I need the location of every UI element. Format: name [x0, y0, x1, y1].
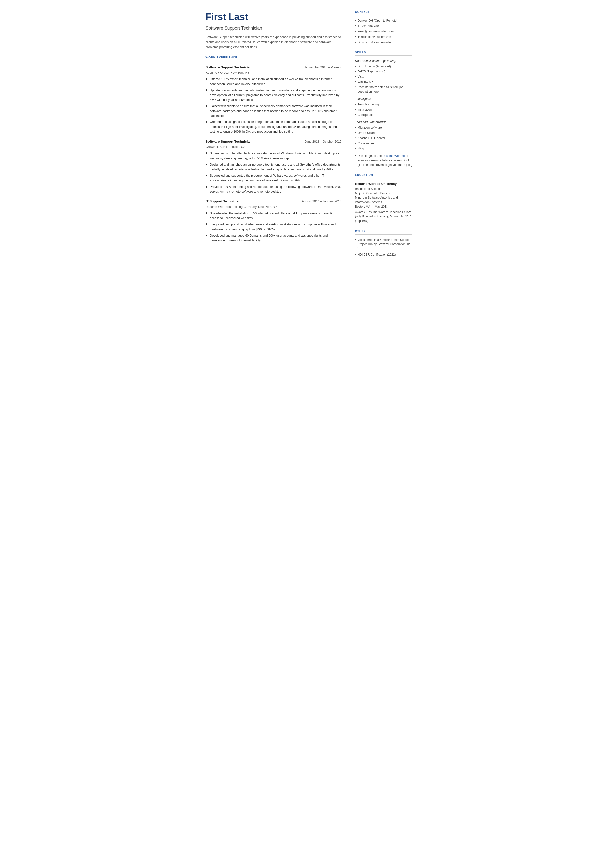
list-item: Cisco webex — [355, 141, 412, 146]
skills-category-2: Techniques: Troubleshooting Installation… — [355, 97, 412, 117]
education-section: EDUCATION Resume Worded University Bache… — [355, 173, 412, 223]
list-item: Vista — [355, 75, 412, 79]
list-item: Spearheaded the installation of 50 inter… — [206, 211, 341, 221]
edu-major: Major in Computer Science — [355, 191, 412, 196]
job-title-3: IT Support Technician — [206, 199, 240, 204]
job-company-1: Resume Worded, New York, NY — [206, 70, 341, 75]
bullet-icon — [206, 212, 208, 214]
list-item: Window XP — [355, 80, 412, 84]
bullet-icon — [206, 163, 208, 165]
skills-cat-label-2: Techniques: — [355, 97, 412, 101]
job-block-2: Software Support Technician June 2013 – … — [206, 139, 341, 194]
skills-category-1: Data Visualization/Engineering: Linux Ub… — [355, 59, 412, 94]
right-column: CONTACT Denver, OH (Open to Remote) +1-2… — [349, 0, 419, 314]
list-item: Developed and managed 60 Domains and 500… — [206, 233, 341, 243]
list-item: Updated documents and records, instructi… — [206, 88, 341, 102]
contact-list: Denver, OH (Open to Remote) +1-234-456-7… — [355, 18, 412, 45]
skills-cat-label-1: Data Visualization/Engineering: — [355, 59, 412, 63]
list-item: Oracle Solaris — [355, 130, 412, 135]
bullet-icon — [206, 152, 208, 154]
list-item: Supervised and handled technical assista… — [206, 151, 341, 161]
bullet-icon — [206, 234, 208, 236]
list-item: Designed and launched an online query to… — [206, 162, 341, 172]
list-item: Apache HTTP server — [355, 136, 412, 140]
skills-list-2: Troubleshooting Installation Configurati… — [355, 102, 412, 117]
education-header: EDUCATION — [355, 173, 412, 179]
left-column: First Last Software Support Technician S… — [196, 0, 349, 314]
job-title-1: Software Support Technician — [206, 65, 252, 70]
job-bullets-2: Supervised and handled technical assista… — [206, 151, 341, 194]
edu-awards: Awards: Resume Worded Teaching Fellow (o… — [355, 210, 412, 223]
job-bullets-3: Spearheaded the installation of 50 inter… — [206, 211, 341, 243]
bullet-icon — [206, 89, 208, 91]
list-item: Troubleshooting — [355, 102, 412, 107]
list-item: Denver, OH (Open to Remote) — [355, 18, 412, 23]
skills-list-3: Migration software Oracle Solaris Apache… — [355, 126, 412, 151]
work-experience-header: WORK EXPERIENCE — [206, 56, 341, 61]
skills-category-3: Tools and Frameworks: Migration software… — [355, 120, 412, 151]
edu-location: Boston, MA — May 2018 — [355, 204, 412, 209]
list-item: +1-234-456-789 — [355, 24, 412, 28]
list-item: Created and assigned tickets for integra… — [206, 120, 341, 134]
job-dates-1: November 2015 – Present — [305, 65, 341, 70]
list-item: Liaised with clients to ensure that all … — [206, 104, 341, 118]
list-item: Offered 100% expert technical and instal… — [206, 77, 341, 87]
job-company-2: Growthsi, San Francisco, CA — [206, 145, 341, 149]
job-block-1: Software Support Technician November 201… — [206, 65, 341, 134]
list-item: Provided 100% net meting and remote supp… — [206, 185, 341, 194]
edu-degree: Bachelor of Science — [355, 186, 412, 191]
list-item: HDI-CSR Certification (2022) — [355, 252, 412, 257]
contact-section: CONTACT Denver, OH (Open to Remote) +1-2… — [355, 10, 412, 45]
bullet-icon — [206, 186, 208, 188]
list-item: Flipgrid — [355, 146, 412, 151]
candidate-name: First Last — [206, 10, 341, 24]
skills-cat-label-3: Tools and Frameworks: — [355, 120, 412, 124]
bullet-icon — [206, 105, 208, 107]
bullet-icon — [206, 78, 208, 80]
list-item: Installation — [355, 107, 412, 112]
list-item: Linux Ubuntu (Advanced) — [355, 64, 412, 68]
job-title-line-3: IT Support Technician August 2010 – Janu… — [206, 199, 341, 204]
other-section: OTHER Volunteered in a 5-months Tech Sup… — [355, 229, 412, 257]
job-title-line-2: Software Support Technician June 2013 – … — [206, 139, 341, 144]
job-title-2: Software Support Technician — [206, 139, 252, 144]
list-item: DHCP (Experienced) — [355, 69, 412, 74]
skills-section: SKILLS Data Visualization/Engineering: L… — [355, 50, 412, 167]
list-item: Integrated, setup and refurbished new an… — [206, 222, 341, 232]
job-bullets-1: Offered 100% expert technical and instal… — [206, 77, 341, 134]
skills-list-1: Linux Ubuntu (Advanced) DHCP (Experience… — [355, 64, 412, 94]
bullet-icon — [206, 175, 208, 176]
list-item: Migration software — [355, 126, 412, 130]
edu-minors: Minors in Software Analytics and informa… — [355, 196, 412, 204]
bullet-icon — [206, 224, 208, 225]
job-dates-2: June 2013 – October 2015 — [305, 139, 341, 144]
contact-header: CONTACT — [355, 10, 412, 16]
skills-header: SKILLS — [355, 50, 412, 56]
resume-worded-link[interactable]: Resume Worded — [383, 154, 405, 158]
list-item: Recruiter note: enter skills from job de… — [355, 85, 412, 94]
candidate-summary: Software Support technician with twelve … — [206, 35, 341, 50]
list-item: Volunteered in a 5-months Tech Support P… — [355, 238, 412, 251]
list-item: linkedin.com/in/username — [355, 35, 412, 39]
job-title-line-1: Software Support Technician November 201… — [206, 65, 341, 70]
job-dates-3: August 2010 – January 2013 — [302, 199, 341, 204]
resume-worded-note: Don't forget to use Resume Worded to sca… — [355, 154, 412, 167]
edu-school: Resume Worded University — [355, 182, 412, 186]
list-item: Suggested and supported the procurement … — [206, 174, 341, 183]
job-block-3: IT Support Technician August 2010 – Janu… — [206, 199, 341, 243]
candidate-title: Software Support Technician — [206, 25, 341, 32]
other-list: Volunteered in a 5-months Tech Support P… — [355, 238, 412, 257]
bullet-icon — [206, 121, 208, 123]
list-item: github.com/resumeworded — [355, 40, 412, 45]
other-header: OTHER — [355, 229, 412, 234]
list-item: Configuration — [355, 113, 412, 117]
list-item: email@resumeworded.com — [355, 29, 412, 34]
job-company-3: Resume Worded's Exciting Company, New Yo… — [206, 205, 341, 209]
